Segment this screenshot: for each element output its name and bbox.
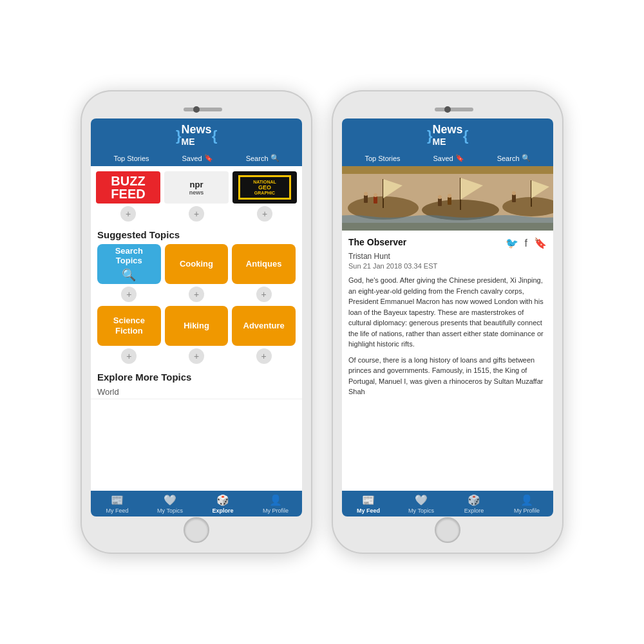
explore-item-world[interactable]: World — [91, 385, 302, 399]
facebook-icon[interactable]: f — [525, 238, 527, 249]
svg-rect-18 — [448, 197, 451, 205]
topic-cell-adventure: Adventure + — [232, 306, 296, 364]
bnav-myprofile-right[interactable]: 👤 My Profile — [511, 494, 543, 514]
home-button-left[interactable] — [184, 517, 209, 543]
svg-point-15 — [374, 193, 377, 197]
add-cooking-btn[interactable]: + — [189, 287, 204, 302]
source-buzzfeed: BUZZ FEED + — [96, 171, 160, 222]
bnav-myprofile-left[interactable]: 👤 My Profile — [260, 494, 292, 514]
topic-cell-search: SearchTopics 🔍 + — [97, 244, 161, 302]
screen-content-left: BUZZ FEED + npr news + — [91, 166, 302, 491]
nav-saved-label-r: Saved — [433, 155, 453, 162]
natgeo-text-graphic: GRAPHIC — [254, 191, 275, 195]
buzzfeed-text2: FEED — [111, 187, 145, 200]
speaker-right — [435, 108, 473, 111]
bnav-explore-right[interactable]: 🎲 Explore — [458, 494, 490, 514]
source-npr: npr news + — [164, 171, 229, 222]
bnav-mytopics-left[interactable]: 🤍 My Topics — [154, 494, 186, 514]
nav-search-right[interactable]: Search 🔍 — [497, 154, 531, 162]
article-source: The Observer — [348, 237, 406, 247]
nav-top-stories-left[interactable]: Top Stories — [113, 154, 149, 162]
bnav-myfeed-right[interactable]: 📰 My Feed — [352, 494, 384, 514]
search-topics-icon: 🔍 — [122, 269, 136, 283]
add-npr-btn[interactable]: + — [189, 206, 204, 222]
svg-point-13 — [364, 192, 368, 196]
article-image — [342, 166, 553, 231]
nav-saved-left[interactable]: Saved 🔖 — [182, 154, 213, 162]
explore-label-right: Explore — [464, 507, 484, 514]
add-antiques-btn[interactable]: + — [256, 287, 272, 302]
svg-point-21 — [512, 191, 516, 195]
hiking-btn[interactable]: Hiking — [165, 306, 229, 346]
phone-top-bar-right — [342, 100, 553, 118]
svg-point-17 — [438, 195, 442, 199]
home-button-right[interactable] — [435, 517, 460, 543]
natgeo-logo: NATIONAL GEO GRAPHIC — [232, 171, 297, 204]
logo-bracket-right: } — [427, 129, 433, 143]
cooking-btn[interactable]: Cooking — [165, 244, 229, 284]
cooking-label: Cooking — [180, 259, 213, 269]
nav-top-stories-label: Top Stories — [113, 155, 149, 162]
mytopics-label-right: My Topics — [408, 507, 434, 514]
myfeed-label-left: My Feed — [106, 507, 128, 514]
topic-cell-hiking: Hiking + — [165, 306, 229, 364]
scifi-btn[interactable]: ScienceFiction — [97, 306, 161, 346]
myfeed-icon-left: 📰 — [111, 494, 124, 506]
antiques-btn[interactable]: Antiques — [232, 244, 296, 284]
scifi-label: ScienceFiction — [113, 316, 145, 336]
add-natgeo-btn[interactable]: + — [257, 206, 272, 222]
topic-cell-scifi: ScienceFiction + — [97, 306, 161, 364]
myprofile-icon-left: 👤 — [269, 494, 282, 506]
bookmark-save-icon[interactable]: 🔖 — [534, 237, 547, 249]
app-header-right: } News ME } Top Stories Saved 🔖 — [342, 118, 553, 166]
logo-news-right: News — [432, 123, 462, 136]
phone-left: } News ME } Top Stories Saved 🔖 — [80, 90, 312, 554]
article-para2: Of course, there is a long history of lo… — [348, 355, 547, 397]
myprofile-icon-right: 👤 — [520, 494, 533, 506]
twitter-icon[interactable]: 🐦 — [506, 237, 518, 249]
nav-bar-right: Top Stories Saved 🔖 Search 🔍 — [348, 151, 547, 164]
natgeo-border: NATIONAL GEO GRAPHIC — [238, 175, 292, 200]
add-search-topics-btn[interactable]: + — [121, 287, 137, 302]
explore-icon-right: 🎲 — [468, 494, 480, 506]
explore-icon-left: 🎲 — [216, 494, 229, 506]
tapestry-svg — [342, 166, 553, 231]
search-topics-label: SearchTopics — [115, 246, 143, 266]
camera-right — [444, 106, 451, 113]
add-buzzfeed-btn[interactable]: + — [120, 206, 136, 222]
nav-saved-right[interactable]: Saved 🔖 — [433, 154, 464, 162]
logo-text-left: News ME — [181, 124, 211, 147]
mytopics-label-left: My Topics — [157, 507, 183, 514]
adventure-btn[interactable]: Adventure — [232, 306, 296, 346]
svg-rect-14 — [374, 196, 377, 204]
svg-point-19 — [448, 194, 451, 198]
bnav-mytopics-right[interactable]: 🤍 My Topics — [405, 494, 437, 514]
add-scifi-btn[interactable]: + — [121, 348, 137, 364]
svg-rect-1 — [342, 166, 553, 174]
add-hiking-btn[interactable]: + — [189, 348, 204, 364]
mytopics-icon-right: 🤍 — [415, 494, 428, 506]
bnav-explore-left[interactable]: 🎲 Explore — [207, 494, 239, 514]
search-icon-right: 🔍 — [522, 154, 531, 162]
svg-rect-20 — [512, 194, 516, 202]
bottom-nav-left: 📰 My Feed 🤍 My Topics 🎲 Explore 👤 My Pro… — [91, 491, 302, 516]
bookmark-icon-right: 🔖 — [455, 154, 464, 162]
myfeed-icon-right: 📰 — [362, 494, 375, 506]
buzzfeed-text1: BUZZ — [111, 175, 145, 187]
camera-left — [193, 106, 200, 113]
phone-screen-left: } News ME } Top Stories Saved 🔖 — [91, 118, 302, 516]
search-topics-btn[interactable]: SearchTopics 🔍 — [97, 244, 161, 284]
sources-row: BUZZ FEED + npr news + — [91, 166, 302, 224]
myprofile-label-right: My Profile — [514, 507, 540, 514]
topic-cell-antiques: Antiques + — [232, 244, 296, 302]
adventure-label: Adventure — [243, 321, 285, 331]
phone-screen-right: } News ME } Top Stories Saved 🔖 — [342, 118, 553, 516]
nav-saved-label: Saved — [182, 155, 202, 162]
bnav-myfeed-left[interactable]: 📰 My Feed — [101, 494, 133, 514]
natgeo-text-geo: GEO — [258, 184, 271, 191]
nav-search-left[interactable]: Search 🔍 — [246, 154, 279, 162]
nav-top-stories-right[interactable]: Top Stories — [365, 154, 400, 162]
phone-bottom-bar-right — [342, 516, 553, 544]
add-adventure-btn[interactable]: + — [256, 348, 272, 364]
app-logo-left: } News ME } — [176, 124, 217, 147]
